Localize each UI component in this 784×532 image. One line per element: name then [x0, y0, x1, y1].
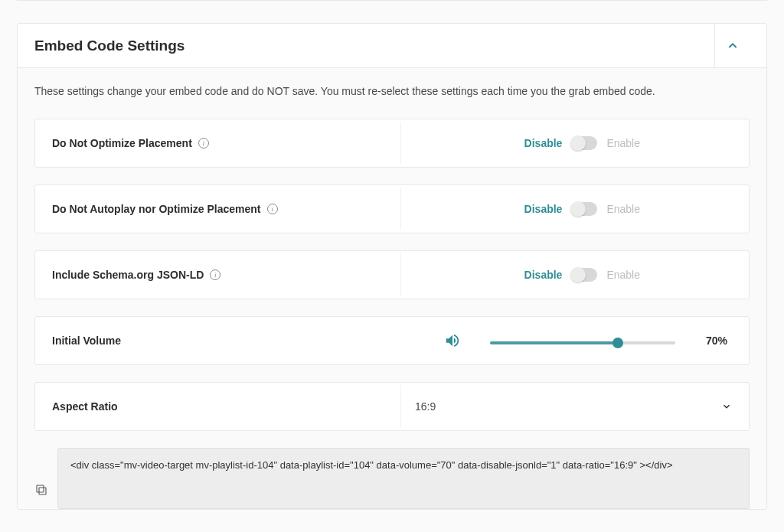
volume-slider[interactable]: [490, 341, 675, 344]
copy-icon[interactable]: [34, 483, 48, 497]
toggle-disable-label: Disable: [524, 137, 563, 149]
volume-value: 70%: [697, 335, 727, 347]
info-icon[interactable]: i: [210, 269, 220, 280]
setting-label: Initial Volume: [52, 335, 121, 347]
toggle-disable-label: Disable: [524, 269, 563, 281]
setting-aspect-ratio: Aspect Ratio 16:9: [34, 382, 750, 431]
setting-label: Include Schema.org JSON-LD: [52, 269, 204, 281]
info-icon[interactable]: i: [198, 138, 209, 149]
setting-schema-jsonld: Include Schema.org JSON-LD i Disable Ena…: [34, 250, 750, 299]
info-icon[interactable]: i: [267, 204, 278, 214]
chevron-up-icon: [727, 40, 739, 52]
chevron-down-icon: [721, 401, 732, 412]
toggle-enable-label: Enable: [606, 203, 640, 215]
collapse-panel-button[interactable]: [714, 24, 750, 68]
embed-code-box[interactable]: <div class="mv-video-target mv-playlist-…: [57, 448, 750, 509]
setting-label: Do Not Autoplay nor Optimize Placement: [52, 203, 261, 215]
toggle-schema[interactable]: [571, 268, 597, 282]
toggle-enable-label: Enable: [606, 137, 640, 149]
toggle-enable-label: Enable: [606, 269, 640, 281]
panel-description: These settings change your embed code an…: [34, 85, 750, 97]
setting-label: Do Not Optimize Placement: [52, 137, 192, 149]
toggle-disable-label: Disable: [524, 203, 563, 215]
embed-code-row: <div class="mv-video-target mv-playlist-…: [34, 448, 750, 509]
svg-rect-0: [39, 488, 46, 494]
panel-title: Embed Code Settings: [34, 38, 714, 54]
select-value: 16:9: [415, 400, 436, 413]
toggle-autoplay[interactable]: [571, 202, 597, 216]
embed-code-settings-panel: Embed Code Settings These settings chang…: [17, 23, 767, 510]
setting-label: Aspect Ratio: [52, 400, 118, 413]
toggle-optimize[interactable]: [571, 136, 597, 150]
setting-initial-volume: Initial Volume 70%: [34, 316, 750, 365]
setting-autoplay: Do Not Autoplay nor Optimize Placement i…: [34, 184, 750, 233]
setting-optimize-placement: Do Not Optimize Placement i Disable Enab…: [34, 119, 750, 168]
previous-panel-edge: [17, 0, 767, 5]
svg-rect-1: [37, 485, 44, 492]
volume-icon: [444, 332, 461, 349]
aspect-ratio-select[interactable]: 16:9: [401, 393, 749, 420]
